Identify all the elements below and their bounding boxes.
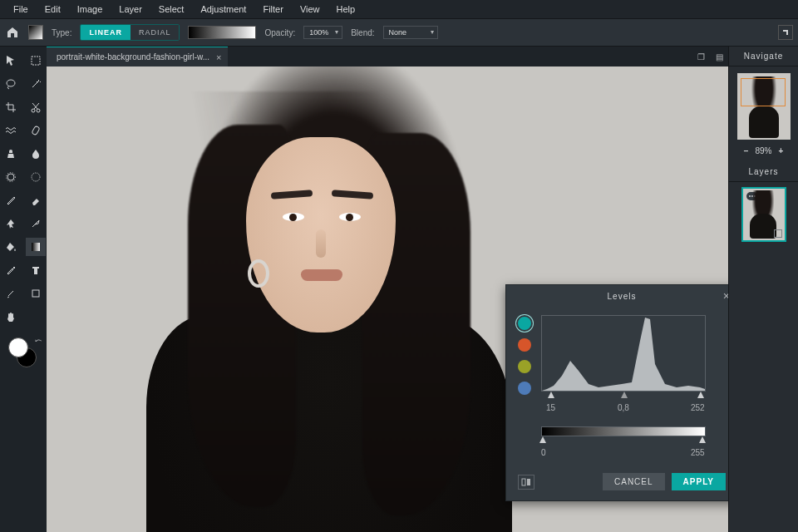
text-tool[interactable] <box>26 261 46 279</box>
blur-tool[interactable] <box>26 145 46 163</box>
navigate-header: Navigate <box>729 47 798 66</box>
liquify-tool[interactable] <box>1 121 21 140</box>
marquee-tool[interactable] <box>26 52 46 70</box>
output-sliders[interactable] <box>541 436 706 448</box>
output-white-value: 255 <box>691 448 705 457</box>
arrange-windows-icon[interactable]: ❐ <box>692 52 710 62</box>
layer-mini-image <box>750 214 776 239</box>
cut-tool[interactable] <box>26 98 46 116</box>
blend-dropdown[interactable]: None <box>383 26 438 39</box>
foreground-color[interactable] <box>8 337 28 357</box>
menu-layer[interactable]: Layer <box>111 2 150 17</box>
wand-tool[interactable] <box>26 75 46 93</box>
input-white-slider[interactable] <box>697 392 704 398</box>
menu-view[interactable]: View <box>292 2 328 17</box>
menu-select[interactable]: Select <box>150 2 193 17</box>
dodge-tool[interactable] <box>1 168 21 186</box>
output-black-slider[interactable] <box>539 436 546 443</box>
portrait-eye <box>339 213 361 221</box>
document-tabs: portrait-white-background-fashion-girl-w… <box>47 47 728 66</box>
marker-tool[interactable] <box>1 284 21 303</box>
portrait-nose <box>316 229 326 258</box>
layers-header: Layers <box>729 162 798 182</box>
color-swatches[interactable]: ⤺ <box>7 337 40 371</box>
levels-title-label: Levels <box>608 292 637 301</box>
channel-red[interactable] <box>518 338 531 352</box>
linear-button[interactable]: LINEAR <box>81 25 131 40</box>
zoom-out-button[interactable]: − <box>744 146 749 155</box>
layer-thumbnail[interactable] <box>743 189 785 240</box>
fill-tool[interactable] <box>1 238 21 256</box>
swap-colors-icon[interactable]: ⤺ <box>35 336 42 345</box>
compare-icon[interactable] <box>518 475 534 490</box>
document-tab[interactable]: portrait-white-background-fashion-girl-w… <box>47 47 228 66</box>
svg-point-5 <box>7 174 14 180</box>
input-white-value: 252 <box>691 403 705 412</box>
eraser-tool[interactable] <box>26 191 46 209</box>
levels-dialog: Levels × <box>505 284 728 501</box>
navigator-viewport[interactable] <box>741 78 786 106</box>
smudge-tool[interactable] <box>1 214 21 233</box>
input-sliders[interactable] <box>541 392 706 403</box>
document-area: portrait-white-background-fashion-girl-w… <box>47 47 728 532</box>
input-values: 15 0,8 252 <box>541 403 706 415</box>
cancel-button[interactable]: CANCEL <box>603 473 665 490</box>
output-black-value: 0 <box>541 448 546 457</box>
hand-tool[interactable] <box>1 308 21 326</box>
channel-green[interactable] <box>518 360 531 373</box>
menu-help[interactable]: Help <box>328 2 364 17</box>
window-presets-icon[interactable]: ▤ <box>710 52 728 62</box>
output-white-slider[interactable] <box>699 436 706 443</box>
menu-bar: File Edit Image Layer Select Adjustment … <box>0 0 798 18</box>
svg-rect-4 <box>32 126 40 135</box>
menu-image[interactable]: Image <box>69 2 111 17</box>
portrait-earring <box>248 259 269 288</box>
close-dialog-icon[interactable]: × <box>723 289 728 303</box>
input-mid-value: 0,8 <box>618 403 629 412</box>
svg-rect-0 <box>32 57 40 65</box>
channel-composite[interactable] <box>518 317 531 330</box>
levels-title: Levels × <box>506 285 728 307</box>
menu-file[interactable]: File <box>5 2 37 17</box>
gradient-preview[interactable] <box>188 26 256 39</box>
output-gradient <box>541 426 706 436</box>
menu-edit[interactable]: Edit <box>37 2 69 17</box>
healing-tool[interactable] <box>26 121 46 140</box>
zoom-in-button[interactable]: + <box>779 146 784 155</box>
home-icon[interactable] <box>5 25 20 40</box>
lasso-tool[interactable] <box>1 75 21 93</box>
document-tab-label: portrait-white-background-fashion-girl-w… <box>57 52 209 62</box>
opacity-dropdown[interactable]: 100% <box>303 26 342 39</box>
svg-rect-10 <box>522 479 525 485</box>
brush-tool[interactable] <box>1 191 21 209</box>
output-values: 0 255 <box>541 448 706 460</box>
input-black-slider[interactable] <box>548 392 554 398</box>
apply-button[interactable]: APPLY <box>672 473 726 490</box>
menu-filter[interactable]: Filter <box>254 2 291 17</box>
zoom-value: 89% <box>755 146 771 155</box>
canvas[interactable]: Levels × <box>47 66 728 532</box>
gradient-swatch-icon[interactable] <box>28 25 43 40</box>
eyedrop-tool[interactable] <box>1 261 21 279</box>
close-tab-icon[interactable]: × <box>216 52 221 62</box>
radial-button[interactable]: RADIAL <box>131 25 180 40</box>
arrow-tool[interactable] <box>1 52 21 70</box>
portrait-lips <box>301 269 342 281</box>
opacity-label: Opacity: <box>264 28 295 37</box>
crop-tool[interactable] <box>1 98 21 116</box>
toolbox: ⤺ <box>0 47 47 532</box>
expand-panel-icon[interactable] <box>778 25 793 40</box>
sponge-tool[interactable] <box>26 168 46 186</box>
input-mid-slider[interactable] <box>621 392 628 398</box>
menu-adjustment[interactable]: Adjustment <box>192 2 254 17</box>
navigator-thumbnail[interactable] <box>737 73 791 140</box>
clone-tool[interactable] <box>1 145 21 163</box>
type-label: Type: <box>52 28 71 37</box>
channel-blue[interactable] <box>518 382 531 395</box>
pen-tool[interactable] <box>26 214 46 233</box>
gradient-tool[interactable] <box>26 238 46 256</box>
svg-point-7 <box>32 173 40 181</box>
svg-point-1 <box>7 80 15 86</box>
channel-selector <box>518 315 531 460</box>
shape-tool[interactable] <box>26 284 46 303</box>
